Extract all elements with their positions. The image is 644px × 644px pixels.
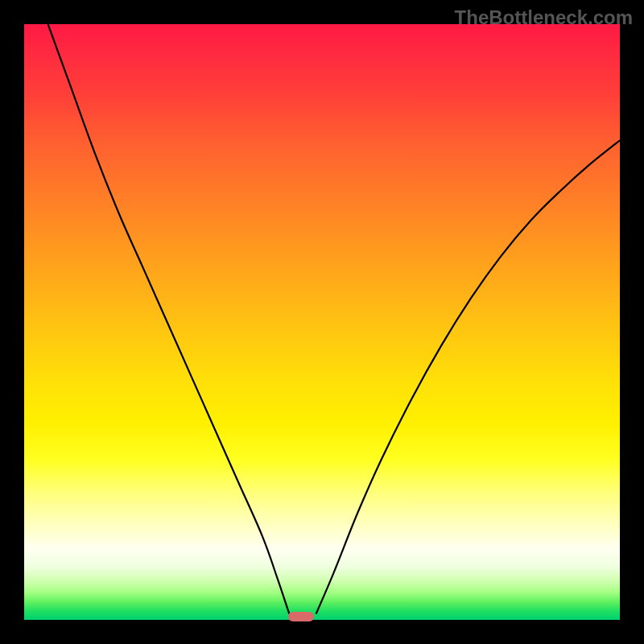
chart-plot-area [24,24,620,620]
watermark-text: TheBottleneck.com [455,6,633,29]
left-curve-path [48,24,290,614]
chart-curves-svg [24,24,620,620]
right-curve-path [316,140,620,613]
bottleneck-marker [288,612,314,621]
